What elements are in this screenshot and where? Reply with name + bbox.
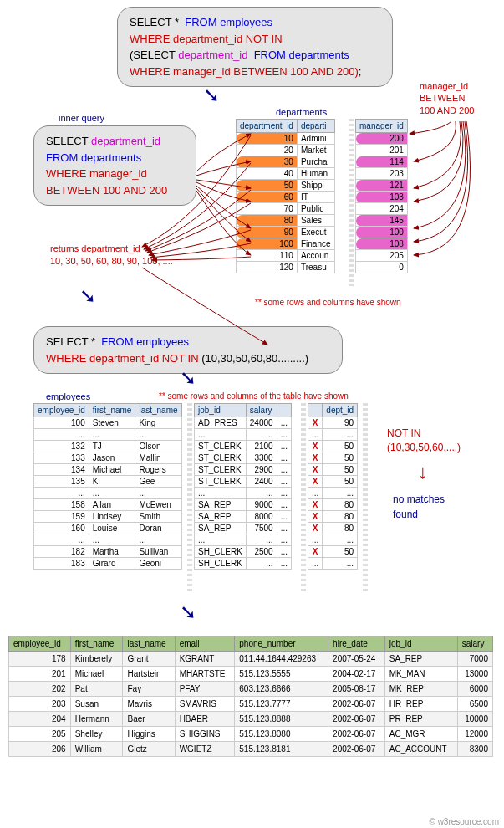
cell: William [70,742,123,757]
cell-x: X [308,523,323,534]
cell: ... [34,429,89,441]
departments-label: departments [276,107,327,117]
employees-table-left: employee_idfirst_namelast_name100StevenK… [33,403,182,570]
cell: 160 [34,523,89,534]
employees-table-right: dept_idX90......X50X50X50X50......X80X80… [308,403,358,570]
table-rip-decoration [363,403,368,594]
cell: 12000 [457,727,492,742]
cell: SA_REP [195,523,247,534]
cell: Steven [89,417,135,429]
cell: 100 [34,417,89,429]
cell: Sullivan [135,546,181,558]
col-header: salary [246,404,277,417]
cell-dept-name: Finance [297,238,334,250]
cell-dept-name: Execut [297,227,334,238]
cell-dept-name: Sales [297,215,334,227]
cell: ... [246,429,277,441]
cell: SH_CLERK [195,546,247,558]
table-rip-decoration [187,403,192,594]
cell: SHIGGINS [175,727,235,742]
cell: ... [135,534,181,546]
cell-dept-id: 10 [237,133,298,145]
col-header: dept_id [323,404,358,417]
cell-dept: 80 [323,523,358,534]
col-header: first_name [89,404,135,417]
cell-mgr-id: 103 [356,192,408,203]
cell-dept-name: Purcha [297,156,334,168]
cell-dept: ... [323,558,358,570]
cell: ... [135,488,181,499]
cell: ... [34,488,89,499]
sql-text: department_id [91,135,160,147]
cell: ... [277,499,291,511]
cell: ST_CLERK [195,441,247,452]
cell: HR_REP [384,697,457,712]
cell: 10000 [457,712,492,727]
cell-x: ... [308,558,323,570]
cell-dept-id: 100 [237,238,298,250]
cell-dept: ... [323,429,358,441]
departments-table-left: department_iddeparti10Admini20Market30Pu… [236,119,335,273]
col-header: job_id [384,636,457,652]
cell: 159 [34,511,89,523]
cell: 2400 [246,476,277,488]
cell: TJ [89,441,135,452]
cell: PR_REP [384,712,457,727]
cell-x: X [308,464,323,476]
cell: Higgins [123,727,175,742]
cell-mgr-id: 114 [356,156,408,168]
main-query-box: SELECT * FROM employees WHERE department… [117,7,393,87]
sql-text: WHERE manager_id BETWEEN 100 AND 200) [130,65,359,78]
cell: King [135,417,181,429]
cell-mgr-id: 205 [356,250,408,262]
cell-dept: 80 [323,511,358,523]
cell: AD_PRES [195,417,247,429]
cell-dept-name: Admini [297,133,334,145]
cell: Michael [70,667,123,682]
sql-text: SELECT [46,135,91,147]
cell: 203 [9,697,71,712]
arrow-down-icon: ➘ [79,284,96,308]
cell: ST_CLERK [195,476,247,488]
cell: 8000 [246,511,277,523]
cell: ... [277,417,291,429]
cell-dept-id: 30 [237,156,298,168]
no-matches-label: no matches found [393,492,445,522]
sql-text: FROM employees [101,335,189,348]
cell: Kimberely [70,652,123,667]
cell: 2004-02-17 [328,667,385,682]
cell-x: ... [308,488,323,499]
cell: ... [34,534,89,546]
manager-between-label: manager_id BETWEEN 100 AND 200 [420,80,474,116]
cell: 158 [34,499,89,511]
cell: Mallin [135,452,181,464]
cell-dept: 50 [323,546,358,558]
sql-text: BETWEEN 100 AND 200 [46,184,167,197]
cell-dept: 50 [323,441,358,452]
sql-text: ; [359,65,362,78]
cell: Fay [123,682,175,697]
cell-dept-id: 40 [237,168,298,180]
cell: 7500 [246,523,277,534]
cell: Allan [89,499,135,511]
cell-x: X [308,452,323,464]
cell: ... [195,429,247,441]
cell: 2002-06-07 [328,727,385,742]
cell: WGIETZ [175,742,235,757]
cell: 6000 [457,682,492,697]
cell: Lindsey [89,511,135,523]
cell: ... [277,546,291,558]
cell-dept-id: 80 [237,215,298,227]
cell: MK_REP [384,682,457,697]
cell: 011.44.1644.429263 [235,652,328,667]
cell: 135 [34,476,89,488]
cell: McEwen [135,499,181,511]
cell: Doran [135,523,181,534]
cell: ... [277,476,291,488]
cell: ... [246,488,277,499]
cell: 3300 [246,452,277,464]
cell: SA_REP [195,511,247,523]
cell: 202 [9,682,71,697]
employees-label: employees [46,391,90,401]
cell: 2900 [246,464,277,476]
